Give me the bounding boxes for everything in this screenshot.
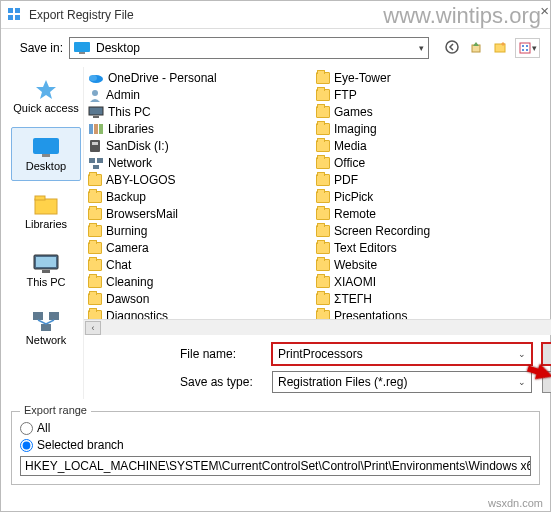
list-item[interactable]: XIAOMI [314,273,534,290]
list-item[interactable]: OneDrive - Personal [86,69,306,86]
save-in-label: Save in: [11,41,63,55]
svg-rect-16 [35,199,57,214]
list-item[interactable]: Network [86,154,306,171]
svg-point-6 [446,41,458,53]
svg-point-11 [526,45,528,47]
list-item[interactable]: Website [314,256,534,273]
svg-rect-31 [89,124,93,134]
file-list[interactable]: OneDrive - PersonalAdminThis PCLibraries… [84,67,551,319]
file-name-label: File name: [180,347,262,361]
export-range-legend: Export range [20,404,91,416]
list-item[interactable]: Imaging [314,120,534,137]
list-item[interactable]: Camera [86,239,306,256]
list-item[interactable]: Chat [86,256,306,273]
list-item[interactable]: Remote [314,205,534,222]
svg-rect-30 [93,116,99,118]
list-item[interactable]: Games [314,103,534,120]
svg-point-28 [92,90,98,96]
close-icon[interactable]: × [540,2,549,19]
list-item[interactable]: ABY-LOGOS [86,171,306,188]
list-item[interactable]: Backup [86,188,306,205]
svg-rect-15 [42,154,50,157]
svg-rect-14 [33,138,59,154]
list-item[interactable]: FTP [314,86,534,103]
radio-selected-branch[interactable]: Selected branch [20,438,531,452]
svg-point-10 [522,45,524,47]
titlebar: Export Registry File [1,1,550,29]
svg-rect-38 [93,165,99,169]
app-icon [7,7,23,23]
svg-point-27 [89,75,97,81]
places-bar: Quick access Desktop Libraries This PC N… [11,67,81,399]
star-icon [30,77,62,101]
list-item[interactable]: Screen Recording [314,222,534,239]
list-item[interactable]: Media [314,137,534,154]
svg-rect-3 [15,15,20,20]
horizontal-scrollbar[interactable]: ‹ › [84,319,551,335]
scroll-left-icon[interactable]: ‹ [85,321,101,335]
svg-rect-19 [36,257,56,267]
svg-rect-0 [8,8,13,13]
list-item[interactable]: Text Editors [314,239,534,256]
place-libraries[interactable]: Libraries [11,185,81,239]
list-item[interactable]: PDF [314,171,534,188]
window-title: Export Registry File [29,8,134,22]
svg-rect-21 [33,312,43,320]
svg-rect-2 [8,15,13,20]
save-button[interactable]: Save [542,343,551,365]
place-network[interactable]: Network [11,301,81,355]
pc-icon [30,251,62,275]
list-item[interactable]: Presentations [314,307,534,319]
save-in-combo[interactable]: Desktop ▾ [69,37,429,59]
svg-line-25 [46,320,54,324]
svg-rect-20 [42,270,50,273]
list-item[interactable]: Office [314,154,534,171]
save-type-combo[interactable]: Registration Files (*.reg) ⌄ [272,371,532,393]
up-icon[interactable] [467,38,485,56]
list-item[interactable]: SanDisk (I:) [86,137,306,154]
list-item[interactable]: This PC [86,103,306,120]
desktop-icon [30,135,62,159]
svg-rect-9 [520,43,530,53]
place-desktop[interactable]: Desktop [11,127,81,181]
chevron-down-icon: ▾ [419,43,424,53]
footer-watermark: wsxdn.com [488,497,543,509]
save-type-label: Save as type: [180,375,262,389]
svg-rect-37 [97,158,103,163]
list-item[interactable]: Admin [86,86,306,103]
radio-all-input[interactable] [20,422,33,435]
list-item[interactable]: ΣΤΕΓΗ [314,290,534,307]
place-this-pc[interactable]: This PC [11,243,81,297]
svg-rect-7 [472,45,480,52]
svg-rect-35 [92,142,98,145]
list-item[interactable]: Cleaning [86,273,306,290]
network-icon [30,309,62,333]
list-item[interactable]: Libraries [86,120,306,137]
place-quick-access[interactable]: Quick access [11,69,81,123]
svg-rect-22 [49,312,59,320]
desktop-icon [74,42,90,54]
radio-selected-input[interactable] [20,439,33,452]
new-folder-icon[interactable] [491,38,509,56]
svg-rect-17 [35,196,45,200]
radio-all[interactable]: All [20,421,531,435]
list-item[interactable]: PicPick [314,188,534,205]
list-item[interactable]: Dawson [86,290,306,307]
list-item[interactable]: Burning [86,222,306,239]
svg-rect-4 [74,42,90,52]
back-icon[interactable] [443,38,461,56]
svg-line-24 [38,320,46,324]
svg-point-13 [526,49,528,51]
branch-path-input[interactable]: HKEY_LOCAL_MACHINE\SYSTEM\CurrentControl… [20,456,531,476]
svg-rect-32 [94,124,98,134]
libraries-icon [30,193,62,217]
svg-rect-33 [99,124,103,134]
view-menu[interactable]: ▾ [515,38,540,58]
file-name-input[interactable]: PrintProcessors ⌄ [272,343,532,365]
list-item[interactable]: BrowsersMail [86,205,306,222]
svg-rect-23 [41,324,51,331]
svg-rect-1 [15,8,20,13]
chevron-down-icon: ▾ [532,43,537,53]
list-item[interactable]: Diagnostics [86,307,306,319]
list-item[interactable]: Eye-Tower [314,69,534,86]
